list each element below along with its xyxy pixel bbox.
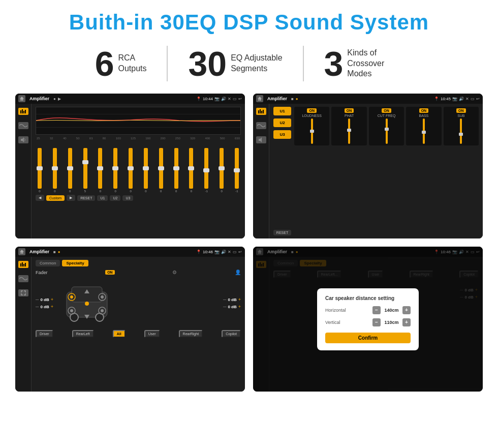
fader-sidebar-expand-icon[interactable] bbox=[18, 289, 28, 296]
eq-graph bbox=[36, 107, 241, 135]
plus-icon-tl[interactable]: + bbox=[51, 297, 53, 302]
fader-x-icon: ✕ bbox=[228, 250, 231, 254]
stat-label-eq: EQ AdjustableSegments bbox=[231, 53, 282, 74]
eq-status-icons: 📍 10:44 📷 🔊 ✕ ▭ ↩ bbox=[196, 97, 242, 101]
loudness-on-btn[interactable]: ON bbox=[307, 108, 317, 113]
eq-u1-btn[interactable]: U1 bbox=[97, 195, 108, 201]
eq-slider-14: -1 bbox=[235, 148, 239, 193]
user-btn[interactable]: User bbox=[144, 330, 160, 338]
home-icon[interactable] bbox=[18, 95, 25, 102]
driver-btn[interactable]: Driver bbox=[36, 330, 53, 338]
crossover-u2-btn[interactable]: U2 bbox=[273, 118, 291, 127]
eq-sidebar-wave-icon[interactable] bbox=[18, 122, 28, 129]
fader-main-panel: Common Specialty Fader ON ⚙ 👤 bbox=[32, 257, 245, 392]
horizontal-plus-btn[interactable]: + bbox=[402, 306, 411, 314]
vertical-minus-btn[interactable]: − bbox=[372, 318, 381, 326]
loudness-label: LOUDNESS bbox=[302, 114, 322, 117]
car-graphic bbox=[56, 279, 220, 327]
crossover-bass: ON BASS bbox=[406, 107, 441, 145]
fader-right-zones: ─ 0 dB + ─ 0 dB + bbox=[223, 297, 241, 309]
eq-sidebar-eq-icon[interactable] bbox=[18, 108, 28, 115]
plus-icon-bl[interactable]: + bbox=[51, 304, 53, 309]
plus-icon-br[interactable]: + bbox=[238, 304, 241, 309]
rearleft-btn[interactable]: RearLeft bbox=[72, 330, 94, 338]
crossover-reset-area: RESET bbox=[273, 230, 291, 235]
crossover-sidebar-eq-icon[interactable] bbox=[256, 108, 266, 115]
svg-rect-3 bbox=[25, 110, 26, 113]
crossover-screen-content: U1 U2 U3 RESET ON LOUDNESS bbox=[253, 104, 483, 238]
minus-icon-tl[interactable]: ─ bbox=[36, 297, 39, 302]
eq-reset-btn[interactable]: RESET bbox=[77, 195, 95, 201]
eq-x-icon: ✕ bbox=[228, 97, 231, 101]
eq-time: 10:44 bbox=[203, 97, 213, 101]
crossover-sidebar-speaker-icon[interactable] bbox=[256, 136, 266, 143]
page-title: Buith-in 30EQ DSP Sound System bbox=[15, 10, 483, 35]
horizontal-minus-btn[interactable]: − bbox=[372, 306, 381, 314]
phat-on-btn[interactable]: ON bbox=[345, 108, 354, 113]
fader-vol-icon: 🔊 bbox=[221, 250, 226, 254]
horizontal-value: 140cm bbox=[383, 308, 400, 313]
cutfreq-label: CUT FREQ bbox=[378, 114, 396, 117]
fader-home-icon[interactable] bbox=[18, 248, 25, 255]
fader-on-btn[interactable]: ON bbox=[105, 270, 115, 275]
cutfreq-on-btn[interactable]: ON bbox=[382, 108, 391, 113]
fader-screen: Amplifier ■ ● 📍 10:46 📷 🔊 ✕ ▭ ↩ bbox=[15, 247, 245, 392]
crossover-u1-btn[interactable]: U1 bbox=[273, 107, 291, 115]
minus-icon-br[interactable]: ─ bbox=[223, 304, 226, 309]
all-btn[interactable]: All bbox=[113, 330, 126, 338]
eq-window-icon: ▭ bbox=[233, 97, 237, 101]
dialog-vertical-controls: − 110cm + bbox=[372, 318, 411, 326]
crossover-sidebar-wave-icon[interactable] bbox=[256, 122, 266, 129]
fader-tr-value: 0 dB bbox=[228, 297, 236, 302]
fader-left-zones: ─ 0 dB + ─ 0 dB + bbox=[36, 297, 53, 309]
fader-tab-common[interactable]: Common bbox=[36, 260, 60, 266]
eq-play: ▶ bbox=[58, 97, 61, 101]
crossover-u3-btn[interactable]: U3 bbox=[273, 130, 291, 139]
rearright-btn[interactable]: RearRight bbox=[179, 330, 203, 338]
minus-icon-bl[interactable]: ─ bbox=[36, 304, 39, 309]
fader-tab-specialty[interactable]: Specialty bbox=[62, 260, 88, 266]
confirm-button[interactable]: Confirm bbox=[325, 333, 411, 343]
sub-on-btn[interactable]: ON bbox=[456, 108, 466, 113]
eq-slider-9: 0 bbox=[159, 148, 163, 193]
eq-u2-btn[interactable]: U2 bbox=[110, 195, 120, 201]
bass-on-btn[interactable]: ON bbox=[419, 108, 429, 113]
svg-point-40 bbox=[85, 302, 89, 306]
fader-sidebar-wave-icon[interactable] bbox=[18, 275, 28, 282]
eq-vol-icon: 🔊 bbox=[221, 97, 226, 101]
svg-rect-12 bbox=[263, 110, 264, 113]
eq-slider-7: 0 bbox=[129, 148, 133, 193]
fader-slider-icon: ⚙ bbox=[172, 270, 177, 275]
crossover-time: 10:45 bbox=[441, 97, 451, 101]
fader-location-icon: 📍 bbox=[196, 250, 201, 254]
eq-next-btn[interactable]: ▶ bbox=[67, 195, 75, 201]
svg-rect-2 bbox=[23, 111, 24, 113]
svg-rect-29 bbox=[72, 287, 102, 302]
svg-rect-24 bbox=[20, 263, 21, 266]
dialog-horizontal-controls: − 140cm + bbox=[372, 306, 411, 314]
svg-marker-4 bbox=[21, 137, 24, 142]
fader-bottom-left-zone: ─ 0 dB + bbox=[36, 304, 53, 309]
eq-slider-1: 0 bbox=[38, 148, 42, 193]
eq-u3-btn[interactable]: U3 bbox=[122, 195, 133, 201]
minus-icon-tr[interactable]: ─ bbox=[223, 297, 226, 302]
crossover-home-icon[interactable] bbox=[256, 95, 263, 102]
fader-dot1: ■ bbox=[53, 250, 56, 254]
copilot-btn[interactable]: Copilot bbox=[222, 330, 241, 338]
plus-icon-tr[interactable]: + bbox=[238, 297, 241, 302]
fader-top-right-zone: ─ 0 dB + bbox=[223, 297, 241, 302]
distance-screen: Amplifier ■ ● 📍 10:46 📷 🔊 ✕ ▭ ↩ bbox=[253, 247, 483, 392]
eq-custom-btn[interactable]: Custom bbox=[46, 195, 65, 201]
eq-slider-11: 0 bbox=[189, 148, 193, 193]
eq-prev-btn[interactable]: ◀ bbox=[36, 195, 44, 201]
crossover-status-bar: Amplifier ■ ● 📍 10:45 📷 🔊 ✕ ▭ ↩ bbox=[253, 94, 483, 104]
fader-bl-value: 0 dB bbox=[40, 305, 49, 309]
fader-br-value: 0 dB bbox=[228, 305, 236, 309]
fader-sidebar-eq-icon[interactable] bbox=[18, 261, 28, 268]
vertical-plus-btn[interactable]: + bbox=[402, 318, 411, 326]
eq-sidebar-speaker-icon[interactable] bbox=[18, 136, 28, 143]
eq-dot1: ● bbox=[53, 97, 56, 101]
crossover-loudness: ON LOUDNESS bbox=[294, 107, 329, 145]
eq-location-icon: 📍 bbox=[196, 97, 201, 101]
crossover-reset-btn[interactable]: RESET bbox=[273, 230, 291, 235]
